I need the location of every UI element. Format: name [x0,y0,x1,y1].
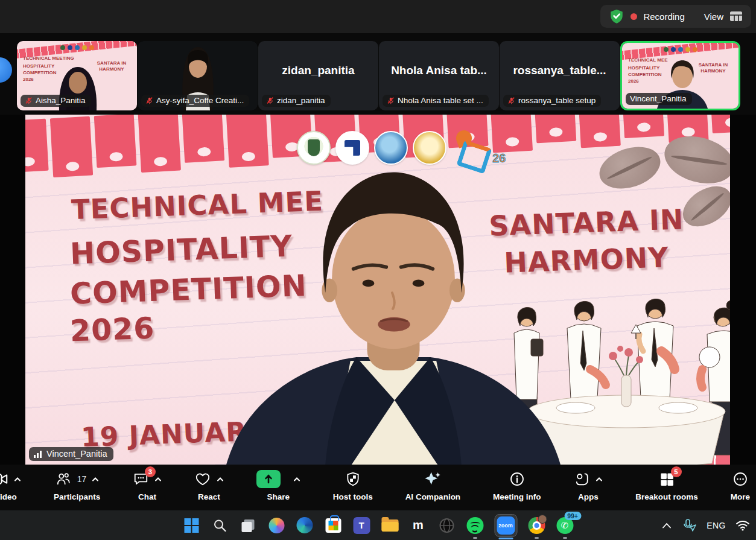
participant-tile-rossanya[interactable]: rossanya_table... rossanya_table setup [500,41,620,110]
ai-companion-sparkle-icon [424,471,442,488]
participant-tile-asysyifa[interactable]: Asy-syifa_Coffe Creati... [138,41,258,110]
muted-mic-icon [25,97,33,104]
participant-center-name: Nhola Anisa tab... [379,41,499,100]
react-label: React [198,492,220,501]
copilot-icon[interactable] [267,516,285,535]
participant-name: rossanya_table setup [518,96,596,105]
video-camera-icon [0,472,8,486]
participants-count: 17 [77,474,87,484]
start-button[interactable] [182,516,200,535]
participant-tile-nhola[interactable]: Nhola Anisa tab... Nhola Anisa table set… [379,41,499,110]
ai-companion-label: AI Companion [405,492,461,501]
react-options-caret[interactable] [217,477,224,481]
recording-label: Recording [643,11,684,22]
zoom-wordmark: zoom [497,516,515,535]
microsoft-store-icon[interactable] [324,516,342,535]
apps-options-caret[interactable] [596,477,603,481]
breakout-rooms-button[interactable]: 5 Breakout rooms [635,470,698,510]
meeting-info-button[interactable]: Meeting info [493,470,541,510]
participant-tile-aisha[interactable]: TECHNICAL MEETING HOSPITALITY COMPETITIO… [17,41,137,110]
host-tools-shield-icon [345,471,361,487]
participant-name-pill: Nhola Anisa table set ... [383,95,489,107]
mini-logos [664,47,697,52]
whatsapp-icon[interactable]: ✆ 99+ [556,516,574,535]
language-indicator[interactable]: ENG [707,521,726,530]
mendeley-icon[interactable]: m [409,516,427,535]
wifi-tray-icon[interactable] [735,520,750,531]
video-options-caret[interactable] [14,477,21,481]
chat-options-caret[interactable] [154,477,162,481]
security-shield-icon[interactable] [609,8,624,24]
participants-label: Participants [54,492,100,501]
meeting-toolbar: Video 17 Participants [0,465,756,510]
participant-name-pill: Aisha_Panitia [21,95,91,107]
active-speaker-name: Vincent_Panitia [46,449,107,459]
video-button[interactable]: Video [0,470,21,510]
task-view-icon[interactable] [239,516,257,535]
participants-button[interactable]: 17 Participants [54,470,100,510]
active-speaker-video[interactable]: 26 TECHNICAL MEE HOSPITALITY COMPETITION… [25,115,730,465]
participant-name: zidan_panitia [277,96,325,105]
participant-name: Aisha_Panitia [36,96,86,105]
zoom-app-icon-active[interactable]: zoom [494,514,517,537]
zoom-meeting-window: Recording View TECHNICAL MEETING [0,0,756,540]
recording-view-pill: Recording View [600,5,751,28]
apps-icon [573,471,590,487]
chat-label: Chat [138,492,156,501]
apps-button[interactable]: Apps [573,470,603,510]
participant-tile-vincent-active[interactable]: TECHNICAL MEE HOSPITALITY COMPETITION 20… [620,41,740,110]
host-tools-label: Host tools [333,492,373,501]
share-options-caret[interactable] [293,477,300,481]
participant-filmstrip: TECHNICAL MEETING HOSPITALITY COMPETITIO… [0,33,756,115]
muted-mic-icon [145,97,153,104]
view-layout-icon[interactable] [729,11,743,22]
edge-floating-button[interactable] [0,57,12,83]
breakout-rooms-label: Breakout rooms [635,492,698,501]
windows-taskbar: T m zoom ✆ 99+ [0,510,756,540]
participant-name-pill: zidan_panitia [262,95,331,107]
teams-glyph: T [353,517,370,534]
host-tools-button[interactable]: Host tools [333,470,373,510]
meeting-info-icon [509,471,525,487]
teams-icon[interactable]: T [352,516,370,535]
whatsapp-badge: 99+ [564,512,581,520]
participant-tile-zidan[interactable]: zidan_panitia zidan_panitia [258,41,378,110]
chrome-icon[interactable] [527,516,545,535]
more-label: More [731,492,750,501]
file-explorer-icon[interactable] [381,516,399,535]
mini-logos [60,45,94,50]
participants-options-caret[interactable] [92,477,99,481]
share-button[interactable]: Share [256,470,300,510]
tray-chevron-up-icon[interactable] [662,523,672,529]
more-button[interactable]: More [731,470,750,510]
participant-name: Vincent_Panitia [630,94,687,103]
participant-name: Nhola Anisa table set ... [398,96,483,105]
edge-browser-icon[interactable] [296,516,314,535]
participant-center-name: zidan_panitia [258,41,378,100]
ai-companion-button[interactable]: AI Companion [405,470,461,510]
globe-app-icon[interactable] [437,516,456,535]
chat-button[interactable]: 3 Chat [133,470,162,510]
breakout-rooms-badge: 5 [671,466,682,477]
participants-icon [55,471,72,487]
recording-indicator-dot [631,13,637,20]
view-button-label[interactable]: View [704,11,723,22]
react-button[interactable]: React [194,470,224,510]
backdrop-title-2026: 2026 [69,311,155,349]
mini-title: TECHNICAL MEETING [23,56,74,61]
muted-mic-icon [507,97,515,104]
search-icon[interactable] [211,516,229,535]
more-ellipsis-icon [732,471,748,487]
meeting-top-bar: Recording View [0,0,756,33]
muted-mic-icon [266,97,274,104]
participant-name-pill: Vincent_Panitia [626,93,692,105]
speaker-person [206,142,580,465]
participant-name-pill: rossanya_table setup [503,95,601,107]
spotify-icon[interactable] [466,516,484,535]
main-stage: 26 TECHNICAL MEE HOSPITALITY COMPETITION… [0,115,756,465]
video-label: Video [0,492,17,501]
heart-react-icon [194,471,211,487]
share-screen-icon [256,470,281,488]
mic-in-use-tray-icon[interactable] [681,519,697,532]
active-speaker-name-pill: Vincent_Panitia [29,447,113,461]
